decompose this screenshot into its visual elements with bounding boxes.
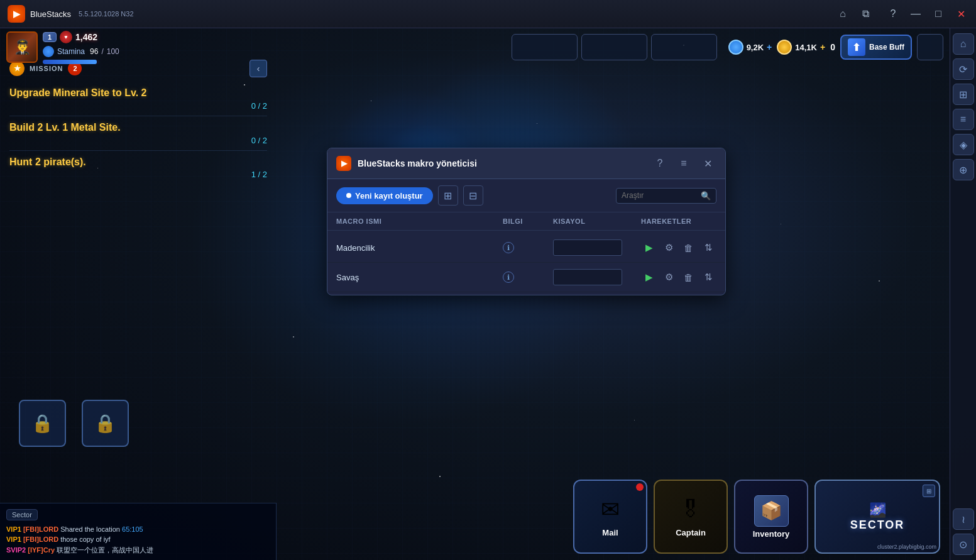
chat-log: Sector VIP1 [FBI]LORD Shared the locatio… bbox=[0, 503, 277, 561]
app-logo: ▶ BlueStacks 5.5.120.1028 N32 bbox=[0, 5, 141, 23]
macro-table-body: Madencilik ℹ ▶ ⚙ 🗑 ⇅ Savaş ℹ bbox=[327, 231, 725, 295]
macro-actions-1: ▶ ⚙ 🗑 ⇅ bbox=[641, 239, 716, 256]
stamina-label: Stamina bbox=[57, 47, 85, 56]
stamina-icon bbox=[43, 46, 54, 57]
sector-tab[interactable]: Sector bbox=[6, 509, 38, 520]
help-icon[interactable]: ? bbox=[883, 4, 903, 24]
app-version: 5.5.120.1028 N32 bbox=[79, 10, 133, 18]
dialog-help-button[interactable]: ? bbox=[651, 155, 669, 172]
resource-slot-1 bbox=[512, 34, 578, 60]
search-box: 🔍 bbox=[616, 188, 716, 204]
captain-button[interactable]: 🎖 Captain bbox=[654, 480, 728, 554]
info-icon-1[interactable]: ℹ bbox=[503, 242, 514, 253]
export-button[interactable]: ⊟ bbox=[463, 185, 483, 206]
chat-coords-1: 65:105 bbox=[122, 525, 143, 533]
shortcut-input-1[interactable] bbox=[553, 239, 622, 256]
app-name: BlueStacks bbox=[30, 9, 71, 19]
macro-dialog: ▶ BlueStacks makro yöneticisi ? ≡ ✕ Yeni… bbox=[327, 148, 726, 295]
sidebar-icon-1[interactable]: ⌂ bbox=[953, 33, 974, 55]
sidebar-icon-5[interactable]: ◈ bbox=[953, 134, 974, 155]
base-buff-icon: ⬆ bbox=[848, 38, 865, 56]
chat-message-1: VIP1 [FBI]LORD Shared the location 65:10… bbox=[6, 524, 270, 535]
sidebar-icon-3[interactable]: ⊞ bbox=[953, 84, 974, 105]
multi-window-icon[interactable]: ⧉ bbox=[855, 4, 875, 24]
player-stats: 1 ♥ 1,462 Stamina 96 / 100 bbox=[43, 31, 119, 64]
mission-task-2: Build 2 Lv. 1 Metal Site. 0 / 2 bbox=[9, 121, 267, 145]
mail-button[interactable]: ✉ Mail bbox=[573, 480, 647, 554]
sector-expand-icon: ⊞ bbox=[923, 485, 935, 497]
chat-clan-1: [FBI]LORD bbox=[23, 525, 60, 533]
base-buff-label: Base Buff bbox=[869, 43, 904, 52]
search-input[interactable] bbox=[622, 191, 697, 200]
macro-info-1: ℹ bbox=[503, 242, 553, 253]
mission-divider-1 bbox=[9, 116, 267, 116]
mail-badge bbox=[636, 483, 644, 491]
macro-name-2: Savaş bbox=[336, 273, 503, 282]
new-record-button[interactable]: Yeni kayıt oluştur bbox=[336, 187, 433, 204]
base-buff-button[interactable]: ⬆ Base Buff bbox=[840, 35, 912, 60]
sector-label: SECTOR bbox=[850, 519, 905, 532]
chat-vip-2: VIP1 bbox=[6, 535, 23, 543]
player-avatar[interactable] bbox=[6, 31, 38, 63]
chat-svip-3: SVIP2 bbox=[6, 546, 28, 554]
dialog-close-button[interactable]: ✕ bbox=[699, 155, 716, 172]
sector-icon: 🌌 bbox=[869, 502, 886, 519]
resource-gold-value: 14,1K bbox=[795, 43, 817, 52]
dialog-menu-button[interactable]: ≡ bbox=[675, 155, 693, 172]
stamina-max: 100 bbox=[107, 47, 119, 56]
chat-clan-2: [FBI]LORD bbox=[23, 535, 60, 543]
sidebar-icon-6[interactable]: ⊕ bbox=[953, 159, 974, 180]
resource-other-container: 0 bbox=[830, 42, 835, 52]
chat-clan-3: [IYF]Cry bbox=[28, 546, 57, 554]
col-header-shortcut: KISAYOL bbox=[553, 217, 641, 225]
resource-blue-container: 9,2K + bbox=[728, 40, 772, 55]
right-sidebar: ⌂ ⟳ ⊞ ≡ ◈ ⊕ ≀ ⊙ bbox=[950, 28, 976, 560]
home-nav-icon[interactable]: ⌂ bbox=[833, 4, 853, 24]
macro-name-1: Madencilik bbox=[336, 243, 503, 253]
delete-button-2[interactable]: 🗑 bbox=[681, 269, 697, 285]
import-button[interactable]: ⊞ bbox=[438, 185, 458, 206]
minimize-button[interactable]: — bbox=[906, 4, 926, 24]
table-header: MACRO ISMI BILGI KISAYOL HAREKETLER bbox=[327, 212, 725, 231]
resource-slot-3 bbox=[651, 34, 717, 60]
resource-blue-icon bbox=[728, 40, 743, 55]
sidebar-icon-7[interactable]: ≀ bbox=[953, 508, 974, 530]
stamina-bar-fill bbox=[43, 60, 97, 64]
chat-action-3: 联盟空一个位置，高战中国人进 bbox=[57, 546, 153, 554]
close-button[interactable]: ✕ bbox=[951, 4, 971, 24]
inventory-icon: 📦 bbox=[754, 495, 789, 527]
resource-slots-top bbox=[512, 34, 717, 60]
inventory-button[interactable]: 📦 Inventory bbox=[734, 480, 808, 554]
top-bar: ▶ BlueStacks 5.5.120.1028 N32 ⌂ ⧉ ? — □ … bbox=[0, 0, 976, 28]
settings-button-2[interactable]: ⚙ bbox=[661, 269, 677, 285]
new-record-dot bbox=[346, 193, 351, 198]
mission-task-1-title: Upgrade Mineral Site to Lv. 2 bbox=[9, 87, 267, 100]
hp-icon: ♥ bbox=[60, 31, 72, 43]
sidebar-icon-8[interactable]: ⊙ bbox=[953, 534, 974, 555]
info-icon-2[interactable]: ℹ bbox=[503, 272, 514, 283]
move-button-2[interactable]: ⇅ bbox=[701, 269, 717, 285]
resource-gold-plus: + bbox=[820, 42, 825, 52]
maximize-button[interactable]: □ bbox=[928, 4, 948, 24]
resource-slot-2 bbox=[581, 34, 647, 60]
mission-task-2-title: Build 2 Lv. 1 Metal Site. bbox=[9, 121, 267, 135]
sidebar-icon-4[interactable]: ≡ bbox=[953, 109, 974, 130]
play-button-2[interactable]: ▶ bbox=[641, 269, 657, 285]
macro-actions-2: ▶ ⚙ 🗑 ⇅ bbox=[641, 269, 716, 285]
game-hud-top: 1 ♥ 1,462 Stamina 96 / 100 9,2K + 14,1K … bbox=[0, 28, 950, 66]
player-level: 1 bbox=[43, 32, 57, 42]
window-controls: ⌂ ⧉ ? — □ ✕ bbox=[833, 4, 976, 24]
chat-message-2: VIP1 [FBI]LORD those copy of iyf bbox=[6, 534, 270, 545]
delete-button-1[interactable]: 🗑 bbox=[681, 239, 697, 256]
resource-gold-container: 14,1K + bbox=[777, 40, 825, 55]
play-button-1[interactable]: ▶ bbox=[641, 239, 657, 256]
locked-item-2: 🔒 bbox=[82, 400, 129, 447]
sidebar-icon-2[interactable]: ⟳ bbox=[953, 58, 974, 80]
chat-action-1: Shared the location bbox=[60, 525, 122, 533]
mission-task-3-progress: 1 / 2 bbox=[9, 170, 267, 179]
shortcut-input-2[interactable] bbox=[553, 269, 622, 285]
col-header-info: BILGI bbox=[503, 217, 553, 225]
sector-button[interactable]: ⊞ 🌌 SECTOR cluster2.playbigbig.com bbox=[814, 480, 940, 554]
move-button-1[interactable]: ⇅ bbox=[701, 239, 717, 256]
settings-button-1[interactable]: ⚙ bbox=[661, 239, 677, 256]
